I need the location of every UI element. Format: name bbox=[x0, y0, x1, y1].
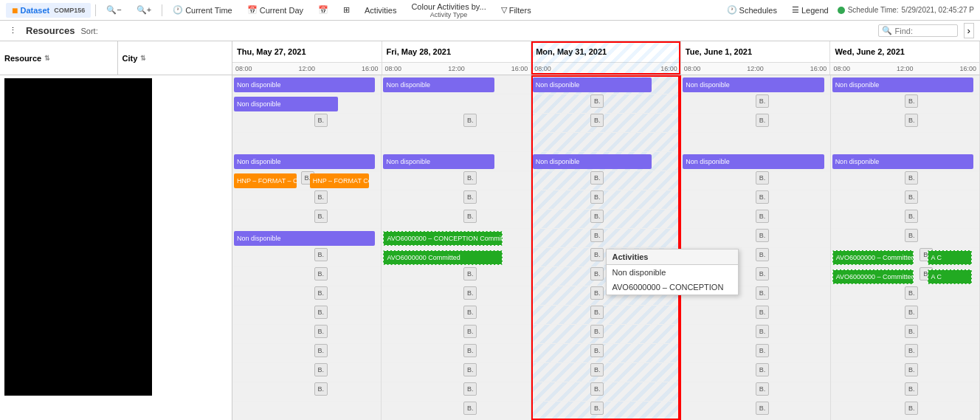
act-mon-non-disp-1[interactable]: Non disponible bbox=[533, 78, 652, 92]
b-btn-fri-3[interactable]: B. bbox=[463, 114, 477, 127]
filters-button[interactable]: ▽ Filters bbox=[495, 4, 537, 16]
b-btn-tue-10[interactable]: B. bbox=[756, 248, 769, 261]
b-btn-wed-3[interactable]: B. bbox=[905, 114, 918, 127]
act-thu-hnp-1[interactable]: HNP – FORMAT – Committed bbox=[234, 173, 297, 188]
act-wed-non-disp-1[interactable]: Non disponible bbox=[832, 78, 973, 92]
act-fri-non-disp-2[interactable]: Non disponible bbox=[383, 154, 494, 169]
act-tue-non-disp-2[interactable]: Non disponible bbox=[683, 154, 824, 169]
b-btn-mon-9[interactable]: B. bbox=[590, 229, 604, 242]
hamburger-menu[interactable]: ⋮ bbox=[6, 24, 20, 37]
b-btn-wed-2[interactable]: B. bbox=[905, 94, 918, 108]
act-fri-non-disp-1[interactable]: Non disponible bbox=[383, 78, 494, 92]
legend-button[interactable]: ☰ Legend bbox=[786, 4, 835, 16]
b-btn-tue-2[interactable]: B. bbox=[756, 94, 769, 108]
b-btn-mon-3[interactable]: B. bbox=[590, 114, 604, 127]
b-btn-fri-8[interactable]: B. bbox=[463, 210, 477, 223]
act-wed-avo-1b[interactable]: A C bbox=[928, 250, 972, 265]
b-btn-thu-11[interactable]: B. bbox=[314, 267, 328, 280]
activities-button[interactable]: Activities bbox=[359, 4, 402, 16]
b-btn-wed-9[interactable]: B. bbox=[905, 229, 918, 242]
current-day-button[interactable]: 📅 Current Day bbox=[241, 4, 309, 16]
b-btn-wed-8[interactable]: B. bbox=[905, 210, 918, 223]
b-btn-thu-7[interactable]: B. bbox=[314, 190, 328, 204]
b-btn-fri-6[interactable]: B. bbox=[463, 171, 477, 185]
b-btn-mon-12[interactable]: B. bbox=[590, 286, 604, 300]
find-next-button[interactable]: › bbox=[964, 23, 974, 38]
city-sort-icon[interactable]: ⇅ bbox=[140, 55, 146, 62]
act-wed-non-disp-2[interactable]: Non disponible bbox=[832, 154, 973, 169]
popup-item-non-disp[interactable]: Non disponible bbox=[607, 265, 738, 280]
current-time-button[interactable]: 🕐 Current Time bbox=[167, 4, 238, 16]
schedules-button[interactable]: 🕐 Schedules bbox=[721, 4, 783, 16]
b-btn-wed-12[interactable]: B. bbox=[905, 286, 918, 300]
act-thu-non-disp-3[interactable]: Non disponible bbox=[234, 154, 375, 169]
b-btn-tue-6[interactable]: B. bbox=[756, 171, 769, 185]
b-btn-mon-8[interactable]: B. bbox=[590, 210, 604, 223]
b-btn-mon-13[interactable]: B. bbox=[590, 306, 604, 319]
b-btn-thu-10[interactable]: B. bbox=[314, 248, 328, 261]
b-btn-tue-17[interactable]: B. bbox=[756, 382, 769, 396]
b-btn-fri-16[interactable]: B. bbox=[463, 363, 477, 376]
b-btn-wed-16[interactable]: B. bbox=[905, 363, 918, 376]
calendar-view-button[interactable]: 📅 bbox=[312, 4, 334, 16]
b-btn-wed-6[interactable]: B. bbox=[905, 171, 918, 185]
find-input[interactable] bbox=[895, 27, 954, 35]
b-btn-tue-7[interactable]: B. bbox=[756, 190, 769, 204]
b-btn-fri-17[interactable]: B. bbox=[463, 382, 477, 396]
zoom-out-button[interactable]: 🔍− bbox=[100, 4, 127, 16]
b-btn-mon-16[interactable]: B. bbox=[590, 363, 604, 376]
b-btn-mon-10[interactable]: B. bbox=[590, 248, 604, 261]
b-btn-tue-16[interactable]: B. bbox=[756, 363, 769, 376]
b-btn-tue-3[interactable]: B. bbox=[756, 114, 769, 127]
b-btn-mon-11[interactable]: B. bbox=[590, 267, 604, 280]
b-btn-wed-18[interactable]: B. bbox=[905, 402, 918, 415]
b-btn-thu-16[interactable]: B. bbox=[314, 363, 328, 376]
b-btn-tue-8[interactable]: B. bbox=[756, 210, 769, 223]
act-fri-avo-2[interactable]: AVO6000000 Committed bbox=[383, 250, 502, 265]
b-btn-fri-7[interactable]: B. bbox=[463, 190, 477, 204]
b-btn-tue-11[interactable]: B. bbox=[756, 267, 769, 280]
b-btn-mon-6[interactable]: B. bbox=[590, 171, 604, 185]
b-btn-tue-14[interactable]: B. bbox=[756, 325, 769, 338]
b-btn-thu-14[interactable]: B. bbox=[314, 325, 328, 338]
b-btn-wed-7[interactable]: B. bbox=[905, 190, 918, 204]
act-wed-avo-2b[interactable]: A C bbox=[928, 269, 972, 284]
b-btn-thu-3[interactable]: B. bbox=[314, 114, 328, 127]
b-btn-thu-15[interactable]: B. bbox=[314, 344, 328, 357]
b-btn-wed-17[interactable]: B. bbox=[905, 382, 918, 396]
b-btn-thu-12[interactable]: B. bbox=[314, 286, 328, 300]
b-btn-tue-9[interactable]: B. bbox=[756, 229, 769, 242]
b-btn-thu-13[interactable]: B. bbox=[314, 306, 328, 319]
b-btn-mon-17[interactable]: B. bbox=[590, 382, 604, 396]
b-btn-mon-18[interactable]: B. bbox=[590, 402, 604, 415]
zoom-in-button[interactable]: 🔍+ bbox=[131, 4, 157, 16]
b-btn-mon-7[interactable]: B. bbox=[590, 190, 604, 204]
b-btn-fri-18[interactable]: B. bbox=[463, 402, 477, 415]
b-btn-fri-11[interactable]: B. bbox=[463, 267, 477, 280]
b-btn-tue-12[interactable]: B. bbox=[756, 286, 769, 300]
grid-view-button[interactable]: ⊞ bbox=[337, 4, 356, 16]
act-thu-non-disp-4[interactable]: Non disponible bbox=[234, 231, 375, 246]
b-btn-thu-8[interactable]: B. bbox=[314, 210, 328, 223]
b-btn-fri-12[interactable]: B. bbox=[463, 286, 477, 300]
b-btn-tue-13[interactable]: B. bbox=[756, 306, 769, 319]
colour-activities-button[interactable]: Colour Activities by... Activity Type bbox=[405, 1, 491, 20]
act-thu-non-disp-1[interactable]: Non disponible bbox=[234, 78, 375, 92]
act-tue-non-disp-1[interactable]: Non disponible bbox=[683, 78, 824, 92]
resource-sort-icon[interactable]: ⇅ bbox=[44, 55, 50, 62]
b-btn-mon-14[interactable]: B. bbox=[590, 325, 604, 338]
b-btn-mon-2[interactable]: B. bbox=[590, 94, 604, 108]
b-btn-tue-18[interactable]: B. bbox=[756, 402, 769, 415]
act-mon-non-disp-2[interactable]: Non disponible bbox=[533, 154, 652, 169]
b-btn-thu-17[interactable]: B. bbox=[314, 382, 328, 396]
act-wed-avo-2[interactable]: AVO6000000 – Committed bbox=[832, 269, 914, 284]
b-btn-mon-15[interactable]: B. bbox=[590, 344, 604, 357]
b-btn-wed-15[interactable]: B. bbox=[905, 344, 918, 357]
act-wed-avo-1[interactable]: AVO6000000 – Committed bbox=[832, 250, 914, 265]
b-btn-wed-14[interactable]: B. bbox=[905, 325, 918, 338]
b-btn-wed-13[interactable]: B. bbox=[905, 306, 918, 319]
popup-item-avo[interactable]: AVO6000000 – CONCEPTION bbox=[607, 280, 738, 295]
find-box[interactable]: 🔍 bbox=[878, 24, 958, 37]
b-btn-fri-13[interactable]: B. bbox=[463, 306, 477, 319]
dataset-button[interactable]: ■ Dataset COMP156 bbox=[6, 3, 91, 18]
